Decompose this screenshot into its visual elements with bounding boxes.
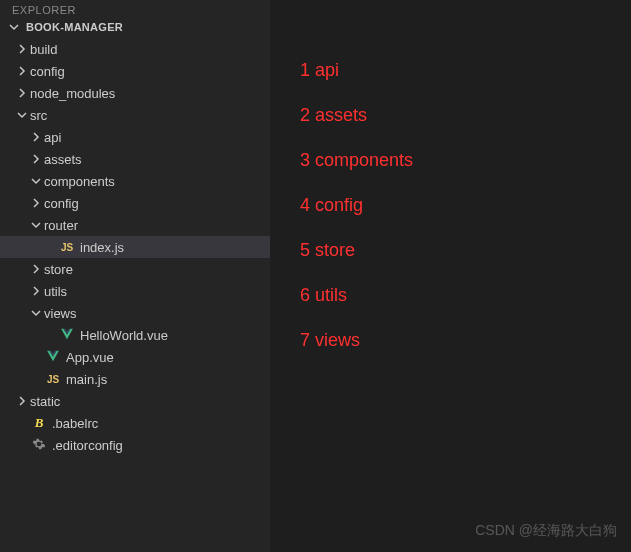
- annotation-item: 2 assets: [300, 105, 611, 126]
- gear-file-icon: [30, 437, 48, 454]
- chevron-down-icon: [6, 22, 22, 32]
- js-file-icon: JS: [44, 374, 62, 385]
- annotation-item: 1 api: [300, 60, 611, 81]
- tree-item-label: utils: [44, 284, 67, 299]
- tree-folder-utils[interactable]: utils: [0, 280, 270, 302]
- tree-folder-node_modules[interactable]: node_modules: [0, 82, 270, 104]
- explorer-section-label: EXPLORER: [0, 0, 270, 18]
- tree-item-label: assets: [44, 152, 82, 167]
- chevron-right-icon: [28, 198, 44, 208]
- tree-item-label: api: [44, 130, 61, 145]
- tree-folder-build[interactable]: build: [0, 38, 270, 60]
- tree-folder-router[interactable]: router: [0, 214, 270, 236]
- chevron-down-icon: [28, 308, 44, 318]
- tree-folder-store[interactable]: store: [0, 258, 270, 280]
- tree-item-label: App.vue: [66, 350, 114, 365]
- tree-item-label: .editorconfig: [52, 438, 123, 453]
- tree-folder-static[interactable]: static: [0, 390, 270, 412]
- file-tree: buildconfignode_modulessrcapiassetscompo…: [0, 36, 270, 456]
- tree-item-label: build: [30, 42, 57, 57]
- tree-item-label: router: [44, 218, 78, 233]
- chevron-right-icon: [28, 132, 44, 142]
- tree-item-label: components: [44, 174, 115, 189]
- watermark-text: CSDN @经海路大白狗: [475, 522, 617, 540]
- tree-file-editorconfig[interactable]: .editorconfig: [0, 434, 270, 456]
- annotation-item: 7 views: [300, 330, 611, 351]
- tree-item-label: main.js: [66, 372, 107, 387]
- chevron-right-icon: [28, 286, 44, 296]
- tree-file-babelrc[interactable]: B.babelrc: [0, 412, 270, 434]
- chevron-right-icon: [14, 66, 30, 76]
- tree-item-label: node_modules: [30, 86, 115, 101]
- annotation-panel: 1 api2 assets3 components4 config5 store…: [270, 0, 631, 552]
- chevron-down-icon: [28, 176, 44, 186]
- chevron-down-icon: [28, 220, 44, 230]
- js-file-icon: JS: [58, 242, 76, 253]
- tree-item-label: HelloWorld.vue: [80, 328, 168, 343]
- tree-item-label: store: [44, 262, 73, 277]
- tree-item-label: config: [30, 64, 65, 79]
- chevron-right-icon: [14, 88, 30, 98]
- tree-folder-config[interactable]: config: [0, 60, 270, 82]
- chevron-right-icon: [28, 264, 44, 274]
- vue-file-icon: [58, 327, 76, 344]
- tree-item-label: index.js: [80, 240, 124, 255]
- tree-item-label: config: [44, 196, 79, 211]
- chevron-right-icon: [14, 396, 30, 406]
- tree-folder-views[interactable]: views: [0, 302, 270, 324]
- tree-folder-api[interactable]: api: [0, 126, 270, 148]
- tree-folder-config2[interactable]: config: [0, 192, 270, 214]
- tree-file-appvue[interactable]: App.vue: [0, 346, 270, 368]
- tree-folder-components[interactable]: components: [0, 170, 270, 192]
- tree-folder-assets[interactable]: assets: [0, 148, 270, 170]
- tree-item-label: .babelrc: [52, 416, 98, 431]
- project-root-header[interactable]: BOOK-MANAGER: [0, 18, 270, 36]
- babel-file-icon: B: [30, 415, 48, 431]
- annotation-item: 6 utils: [300, 285, 611, 306]
- tree-item-label: src: [30, 108, 47, 123]
- vue-file-icon: [44, 349, 62, 366]
- tree-file-hello[interactable]: HelloWorld.vue: [0, 324, 270, 346]
- explorer-sidebar: EXPLORER BOOK-MANAGER buildconfignode_mo…: [0, 0, 270, 552]
- chevron-right-icon: [14, 44, 30, 54]
- annotation-item: 5 store: [300, 240, 611, 261]
- tree-folder-src[interactable]: src: [0, 104, 270, 126]
- chevron-right-icon: [28, 154, 44, 164]
- chevron-down-icon: [14, 110, 30, 120]
- annotation-item: 4 config: [300, 195, 611, 216]
- tree-file-mainjs[interactable]: JSmain.js: [0, 368, 270, 390]
- tree-item-label: views: [44, 306, 77, 321]
- tree-file-indexjs[interactable]: JSindex.js: [0, 236, 270, 258]
- annotation-item: 3 components: [300, 150, 611, 171]
- tree-item-label: static: [30, 394, 60, 409]
- project-root-name: BOOK-MANAGER: [26, 21, 123, 33]
